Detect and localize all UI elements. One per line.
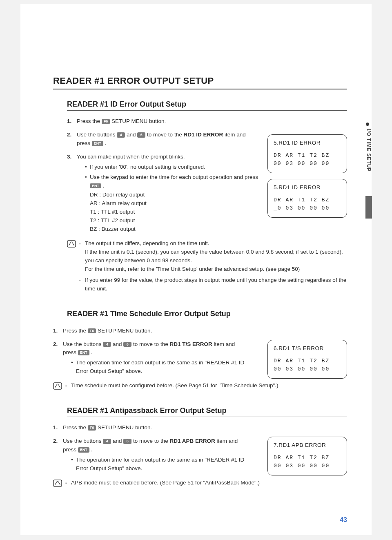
lcd-title: 7.RD1 APB ERROR	[274, 441, 342, 450]
lcd-title: 6.RD1 T/S ERROR	[274, 344, 342, 353]
key-f6: F6	[102, 119, 110, 124]
key-4: 4	[103, 439, 111, 444]
lcd-display-4: 7.RD1 APB ERROR DR AR T1 T2 BZ 00 03 00 …	[267, 437, 347, 475]
def-bz: BZ : Buzzer output	[90, 225, 259, 234]
lcd-display-2: 5.RD1 ID ERROR DR AR T1 T2 BZ _0 03 00 0…	[267, 179, 347, 218]
lcd-line2: 00 03 00 00 00	[274, 462, 342, 470]
bullet-text: The operation time for each output is th…	[76, 456, 245, 473]
note-text: The output time differs, depending on th…	[85, 239, 347, 248]
note-icon	[53, 479, 65, 490]
step-1: 1. Press the F6 SETUP MENU button.	[53, 424, 245, 432]
lcd-line2: _0 03 00 00 00	[274, 204, 342, 212]
side-tab-label: I/O TIME SETUP	[362, 129, 372, 172]
text: Press the	[63, 328, 88, 334]
text: Press the	[63, 424, 88, 431]
key-ent: ENT	[90, 183, 101, 189]
bullet-text: Use the keypad to enter the time for eac…	[90, 174, 258, 180]
svg-rect-1	[53, 383, 62, 389]
page-number: 43	[340, 516, 347, 524]
page-title: READER #1 ERROR OUTPUT SETUP	[53, 76, 347, 89]
lcd-title: 5.RD1 ID ERROR	[274, 183, 342, 192]
svg-rect-0	[67, 241, 76, 247]
svg-rect-2	[53, 480, 62, 486]
step-2: 2. Use the buttons 4 and 6 to move to th…	[53, 437, 245, 473]
text: .	[89, 349, 93, 355]
text: Use the buttons	[63, 438, 103, 444]
section3-steps: 7.RD1 APB ERROR DR AR T1 T2 BZ 00 03 00 …	[53, 424, 347, 473]
text: to move to the	[145, 132, 183, 138]
text: to move to the	[131, 438, 169, 444]
key-4: 4	[117, 132, 125, 138]
lcd-display-3: 6.RD1 T/S ERROR DR AR T1 T2 BZ 00 03 00 …	[267, 340, 347, 379]
text: Use the buttons	[63, 341, 103, 347]
def-t2: T2 : TTL #2 output	[90, 216, 259, 225]
lcd-line1: DR AR T1 T2 BZ	[274, 152, 342, 160]
section1-notes: ▪ The output time differs, depending on …	[67, 239, 347, 296]
section2-title: READER #1 Time Schedule Error Output Set…	[67, 310, 347, 320]
text: SETUP MENU button.	[96, 424, 152, 431]
key-f6: F6	[88, 425, 96, 431]
bold-text: RD1 APB ERROR	[169, 438, 215, 444]
step-2: 2. Use the buttons 4 and 6 to move to th…	[67, 131, 259, 148]
section1-steps: 5.RD1 ID ERROR DR AR T1 T2 BZ 00 03 00 0…	[67, 117, 347, 234]
def-dr: DR : Door relay output	[90, 191, 259, 199]
section3-title: READER #1 Antipassback Error Output Setu…	[67, 406, 347, 417]
note-text: If you enter 99 for the value, the produ…	[85, 276, 347, 293]
note-text: If the time unit is 0.1 (second), you ca…	[85, 248, 347, 265]
step-1: 1. Press the F6 SETUP MENU button.	[53, 327, 245, 335]
step-1: 1. Press the F6 SETUP MENU button.	[67, 117, 259, 126]
text: SETUP MENU button.	[110, 118, 166, 124]
bullet-text: The operation time for each output is th…	[76, 359, 245, 376]
text: Use the buttons	[77, 132, 117, 138]
note-icon	[67, 239, 79, 296]
lcd-line2: 00 03 00 00 00	[274, 365, 342, 373]
lcd-line1: DR AR T1 T2 BZ	[274, 196, 342, 204]
text: .	[103, 140, 107, 146]
text: .	[101, 183, 105, 189]
lcd-line1: DR AR T1 T2 BZ	[274, 454, 342, 462]
key-ent: ENT	[92, 141, 103, 146]
text: to move to the	[131, 341, 169, 347]
section2-steps: 6.RD1 T/S ERROR DR AR T1 T2 BZ 00 03 00 …	[53, 327, 347, 376]
text: .	[89, 446, 93, 453]
step-2: 2. Use the buttons 4 and 6 to move to th…	[53, 340, 245, 376]
bold-text: RD1 ID ERROR	[183, 132, 223, 138]
text: and	[111, 341, 123, 347]
bold-text: RD1 T/S ERROR	[169, 341, 212, 347]
def-t1: T1 : TTL #1 output	[90, 208, 259, 216]
side-thumb-index	[365, 196, 372, 219]
key-ent: ENT	[78, 350, 89, 355]
text: and	[111, 438, 123, 444]
bullet-text: If you enter '00', no output setting is …	[90, 163, 205, 172]
def-ar: AR : Alarm relay output	[90, 199, 259, 208]
text: Press the	[77, 118, 102, 124]
text: SETUP MENU button.	[96, 328, 152, 334]
note-text: For the time unit, refer to the 'Time Un…	[85, 265, 347, 274]
output-definitions: DR : Door relay output AR : Alarm relay …	[90, 191, 259, 234]
key-6: 6	[137, 132, 145, 138]
manual-page: I/O TIME SETUP READER #1 ERROR OUTPUT SE…	[20, 4, 372, 535]
text: You can make input when the prompt blink…	[77, 154, 185, 160]
step-3: 3. You can make input when the prompt bl…	[67, 153, 259, 234]
side-dot	[366, 123, 369, 126]
section1-title: READER #1 ID Error Output Setup	[67, 100, 347, 111]
lcd-line1: DR AR T1 T2 BZ	[274, 357, 342, 365]
note-icon	[53, 382, 65, 393]
lcd-title: 5.RD1 ID ERROR	[274, 139, 342, 147]
key-f6: F6	[88, 328, 96, 334]
key-6: 6	[123, 342, 131, 347]
key-4: 4	[103, 342, 111, 347]
key-ent: ENT	[78, 447, 89, 453]
lcd-display-1: 5.RD1 ID ERROR DR AR T1 T2 BZ 00 03 00 0…	[267, 134, 347, 173]
lcd-line2: 00 03 00 00 00	[274, 160, 342, 168]
key-6: 6	[123, 439, 131, 444]
section1-displays: 5.RD1 ID ERROR DR AR T1 T2 BZ 00 03 00 0…	[267, 134, 347, 223]
text: and	[125, 132, 137, 138]
